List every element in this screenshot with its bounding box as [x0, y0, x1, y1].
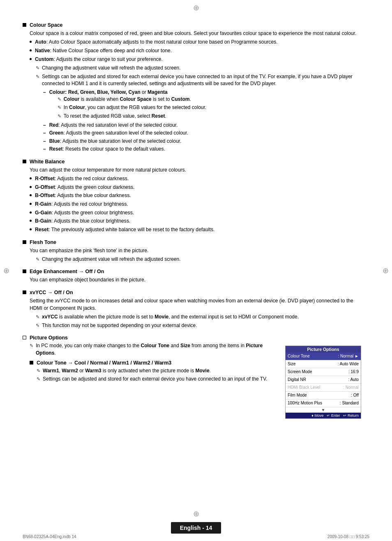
edge-enhancement-intro: You can emphasize object boundaries in t…: [30, 276, 365, 283]
bullet-icon: [30, 228, 32, 230]
bullet-text: G-Gain: Adjusts the green colour brightn…: [35, 209, 365, 217]
bullet-icon: [30, 177, 32, 179]
list-item: B-Gain: Adjusts the blue colour brightne…: [30, 218, 365, 225]
dash-sym: –: [43, 89, 46, 96]
list-item: Native: Native Colour Space offers deep …: [30, 47, 365, 55]
po-title: Picture Options: [286, 346, 361, 353]
section-square-icon: [23, 240, 26, 244]
po-label: Digital NR: [288, 377, 306, 383]
dash-sym: –: [43, 138, 46, 145]
dash-item: – Green: Adjusts the green saturation le…: [43, 130, 365, 137]
note-item: ✎ Colour is available when Colour Space …: [58, 96, 365, 103]
white-balance-bullets: R-Offset: Adjusts the red colour darknes…: [30, 175, 365, 234]
bottom-crosshair-icon: ⊕: [193, 509, 199, 518]
colour-space-heading: Colour Space: [23, 22, 365, 28]
note-text: Settings can be adjusted and stored for …: [42, 73, 365, 88]
dash-item: – Red: Adjusts the red saturation level …: [43, 122, 365, 129]
note-text: In Colour, you can adjust the RGB values…: [64, 104, 365, 111]
white-balance-heading: White Balance: [23, 159, 365, 165]
note-text: Settings can be adjusted and stored for …: [43, 376, 280, 383]
page-wrapper: ⊕ ⊕ ⊕ Colour Space Colour space is a col…: [0, 0, 392, 541]
note-item: ✎ Settings can be adjusted and stored fo…: [37, 376, 280, 383]
footer: English - 14: [0, 522, 392, 534]
picture-options-note: ✎ In PC mode, you can only make changes …: [30, 342, 280, 357]
bottom-right-info: 2009-10-08 □□ 9:53:25: [327, 534, 369, 539]
section-square-icon: [30, 361, 33, 365]
bullet-icon: [30, 211, 32, 214]
note-text: Changing the adjustment value will refre…: [42, 256, 365, 263]
dash-text: Red: Adjusts the red saturation level of…: [49, 122, 365, 129]
bullet-icon: [30, 49, 32, 51]
dash-text: Colour: Red, Green, Blue, Yellow, Cyan o…: [49, 89, 365, 121]
note-pencil-icon: ✎: [36, 323, 39, 329]
footer-badge: English - 14: [171, 522, 221, 534]
note-item: ✎ Settings can be adjusted and stored fo…: [36, 73, 365, 88]
picture-options-heading: Picture Options: [23, 335, 365, 341]
po-move-label: ♦ Move: [311, 413, 323, 418]
po-enter-label: ↵ Enter: [327, 413, 340, 418]
note-item: ✎ Changing the adjustment value will ref…: [36, 65, 365, 72]
po-row-size: Size : Auto Wide: [286, 360, 361, 368]
bullet-icon: [30, 220, 32, 222]
note-text: Changing the adjustment value will refre…: [42, 65, 365, 72]
bullet-icon: [30, 58, 32, 60]
main-text-column: Colour Space Colour space is a colour ma…: [23, 16, 369, 419]
bullet-text: R-Offset: Adjusts the red colour darknes…: [35, 175, 365, 183]
picture-options-box: Picture Options Colour Tone : Normal ► S…: [285, 346, 361, 419]
po-value: : 16:9: [348, 369, 359, 375]
bullet-icon: [30, 186, 32, 188]
list-item: Reset: The previously adjusted white bal…: [30, 226, 365, 234]
right-crosshair-icon: ⊕: [383, 266, 389, 275]
note-text: This function may not be supported depen…: [42, 322, 365, 329]
note-item: ✎ To reset the adjusted RGB value, selec…: [58, 113, 365, 120]
flesh-tone-title: Flesh Tone: [30, 239, 56, 245]
po-row-100hz: 100Hz Motion Plus : Standard: [286, 399, 361, 407]
po-value: : Auto: [348, 377, 359, 383]
note-item: ✎ In Colour, you can adjust the RGB valu…: [58, 104, 365, 111]
po-row-screen-mode: Screen Mode : 16:9: [286, 368, 361, 376]
po-label: 100Hz Motion Plus: [288, 400, 322, 406]
note-pencil-icon: ✎: [36, 314, 39, 320]
picture-options-box-container: Picture Options Colour Tone : Normal ► S…: [285, 342, 365, 419]
list-item: G-Gain: Adjusts the green colour brightn…: [30, 209, 365, 217]
colour-space-intro: Colour space is a colour matrix composed…: [30, 30, 365, 37]
po-scroll-indicator: ▼: [286, 407, 361, 413]
po-footer: ♦ Move ↵ Enter ↩ Return: [286, 413, 361, 418]
section-square-icon: [23, 160, 26, 163]
dash-text: Reset: Resets the colour space to the de…: [49, 146, 365, 153]
po-row-digital-nr: Digital NR : Auto: [286, 376, 361, 384]
note-pencil-icon: ✎: [58, 104, 61, 111]
list-item: Custom: Adjusts the colour range to suit…: [30, 56, 365, 63]
list-item: B-Offset: Adjusts the blue colour darkne…: [30, 192, 365, 200]
bullet-icon: [30, 194, 32, 196]
picture-options-two-col: ✎ In PC mode, you can only make changes …: [23, 342, 365, 419]
note-text: Colour is available when Colour Space is…: [64, 96, 365, 103]
note-text: In PC mode, you can only make changes to…: [36, 342, 280, 357]
flesh-tone-intro: You can emphasize the pink 'flesh tone' …: [30, 247, 365, 254]
colour-tone-heading: Colour Tone → Cool / Normal / Warm1 / Wa…: [30, 360, 280, 366]
po-value: : Off: [351, 392, 359, 398]
bullet-text: B-Offset: Adjusts the blue colour darkne…: [35, 192, 365, 200]
bullet-text: G-Offset: Adjusts the green colour darkn…: [35, 184, 365, 191]
custom-notes: ✎ Changing the adjustment value will ref…: [36, 65, 365, 87]
dash-sym: –: [43, 122, 46, 129]
po-label: HDMI Black Level: [288, 385, 320, 390]
note-item: ✎ This function may not be supported dep…: [36, 322, 365, 329]
section-square-icon: [23, 269, 26, 273]
edge-enhancement-title: Edge Enhancement → Off / On: [30, 269, 104, 274]
flesh-tone-heading: Flesh Tone: [23, 239, 365, 245]
po-label: Size: [288, 361, 295, 367]
po-value: : Normal: [343, 385, 359, 390]
picture-options-section: Picture Options ✎ In PC mode, you can on…: [23, 335, 365, 419]
note-item: ✎ In PC mode, you can only make changes …: [30, 342, 280, 357]
note-item: ✎ Warm1, Warm2 or Warm3 is only activate…: [37, 367, 280, 374]
bullet-icon: [30, 41, 32, 43]
note-text: To reset the adjusted RGB value, select …: [64, 113, 365, 120]
bullet-text: Native: Native Colour Space offers deep …: [35, 47, 365, 55]
note-item: ✎ Changing the adjustment value will ref…: [36, 256, 365, 263]
note-item: ✎ xvYCC is available when the picture mo…: [36, 313, 365, 320]
top-crosshair-icon: ⊕: [193, 3, 199, 12]
xvycc-intro: Setting the xvYCC mode to on increases d…: [30, 297, 365, 312]
list-item: Auto: Auto Colour Space automatically ad…: [30, 39, 365, 46]
bullet-text: Auto: Auto Colour Space automatically ad…: [35, 39, 365, 46]
